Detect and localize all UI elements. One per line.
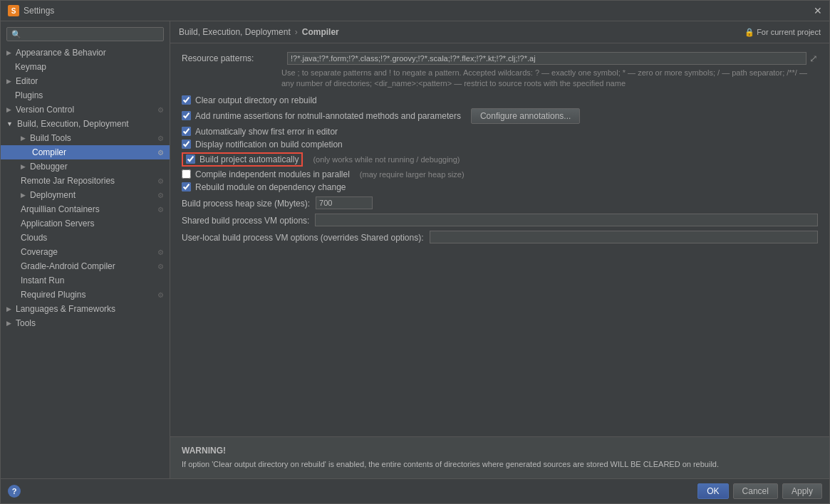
sidebar-item-coverage[interactable]: Coverage ⚙ <box>1 245 170 259</box>
sidebar-item-remote-jar[interactable]: Remote Jar Repositories ⚙ <box>1 174 170 188</box>
warning-text: If option 'Clear output directory on reb… <box>182 458 818 471</box>
heap-size-input[interactable] <box>316 196 373 209</box>
sidebar-item-tools[interactable]: ▶ Tools <box>1 316 170 330</box>
display-notification-label[interactable]: Display notification on build completion <box>195 140 343 149</box>
settings-icon: ⚙ <box>157 206 164 214</box>
sidebar-item-gradle-android[interactable]: Gradle-Android Compiler ⚙ <box>1 259 170 273</box>
shared-vm-input[interactable] <box>315 214 818 226</box>
user-local-vm-input[interactable] <box>430 231 819 243</box>
sidebar-item-label: Arquillian Containers <box>21 204 100 214</box>
rebuild-dependency-label[interactable]: Rebuild module on dependency change <box>195 182 346 192</box>
search-icon: 🔍 <box>11 30 21 39</box>
hint-text: Use ; to separate patterns and ! to nega… <box>281 68 807 88</box>
sidebar-item-deployment[interactable]: ▶ Deployment ⚙ <box>1 188 170 202</box>
resource-patterns-row: Resource patterns: ⤢ <box>182 52 818 65</box>
clear-output-checkbox[interactable] <box>182 95 191 105</box>
sidebar-item-keymap[interactable]: Keymap <box>1 60 170 74</box>
resource-patterns-value: ⤢ <box>287 52 818 65</box>
window-title: Settings <box>24 6 54 16</box>
sidebar-item-label: Deployment <box>30 190 76 200</box>
settings-body: Resource patterns: ⤢ Use ; to separate p… <box>170 43 829 436</box>
sidebar-item-plugins[interactable]: Plugins <box>1 88 170 103</box>
shared-vm-row: Shared build process VM options: <box>182 214 818 226</box>
warning-title: WARNING! <box>182 446 818 456</box>
compile-parallel-label[interactable]: Compile independent modules in parallel <box>195 169 350 179</box>
search-input[interactable] <box>24 29 159 39</box>
titlebar-left: S Settings <box>8 5 54 16</box>
display-notification-checkbox[interactable] <box>182 140 191 149</box>
arrow-icon: ▶ <box>21 191 26 199</box>
sidebar-item-label: Editor <box>16 76 38 86</box>
build-automatically-highlight: Build project automatically <box>182 152 303 167</box>
sidebar-item-label: Version Control <box>16 105 74 115</box>
build-automatically-checkbox[interactable] <box>186 154 195 164</box>
arrow-icon: ▶ <box>6 78 11 85</box>
sidebar-item-label: Debugger <box>30 162 68 172</box>
sidebar-item-arquillian[interactable]: Arquillian Containers ⚙ <box>1 202 170 216</box>
sidebar-item-label: Tools <box>16 318 36 328</box>
resource-patterns-label: Resource patterns: <box>182 52 281 63</box>
app-icon: S <box>8 5 19 16</box>
hint-text-container: Use ; to separate patterns and ! to nega… <box>182 68 818 90</box>
help-button[interactable]: ? <box>8 485 21 498</box>
clear-output-label[interactable]: Clear output directory on rebuild <box>195 95 317 105</box>
arrow-icon: ▶ <box>21 135 26 142</box>
expand-icon[interactable]: ⤢ <box>809 53 818 64</box>
settings-icon: ⚙ <box>157 248 164 256</box>
settings-window: S Settings ✕ 🔍 ▶ Appearance & Behavior K… <box>0 0 830 504</box>
ok-button[interactable]: OK <box>697 483 728 499</box>
clear-output-row: Clear output directory on rebuild <box>182 95 818 105</box>
sidebar-item-label: Gradle-Android Compiler <box>21 261 115 271</box>
settings-icon: ⚙ <box>157 191 164 199</box>
sidebar-item-clouds[interactable]: Clouds <box>1 231 170 245</box>
sidebar-item-label: Required Plugins <box>21 290 85 300</box>
arrow-icon: ▶ <box>6 106 11 113</box>
sidebar-item-label: Remote Jar Repositories <box>21 176 115 186</box>
shared-vm-label: Shared build process VM options: <box>182 214 309 226</box>
sidebar-item-label: Keymap <box>15 62 46 72</box>
sidebar-item-label: Compiler <box>32 147 66 157</box>
close-button[interactable]: ✕ <box>814 6 822 16</box>
sidebar-item-appearance[interactable]: ▶ Appearance & Behavior <box>1 46 170 60</box>
settings-icon: ⚙ <box>157 263 164 271</box>
compile-parallel-checkbox[interactable] <box>182 169 191 179</box>
display-notification-row: Display notification on build completion <box>182 140 818 149</box>
sidebar-item-version-control[interactable]: ▶ Version Control ⚙ <box>1 103 170 117</box>
sidebar-item-build-exec[interactable]: ▼ Build, Execution, Deployment <box>1 117 170 131</box>
search-box[interactable]: 🔍 <box>6 27 164 41</box>
build-automatically-label[interactable]: Build project automatically <box>199 154 299 164</box>
sidebar-item-debugger[interactable]: ▶ Debugger <box>1 159 170 174</box>
sidebar-item-editor[interactable]: ▶ Editor <box>1 74 170 88</box>
runtime-assertions-row: Add runtime assertions for notnull-annot… <box>182 108 818 124</box>
sidebar-item-label: Build Tools <box>30 133 71 143</box>
resource-patterns-input[interactable] <box>287 52 806 65</box>
runtime-assertions-label[interactable]: Add runtime assertions for notnull-annot… <box>195 111 461 121</box>
breadcrumb-path: Build, Execution, Deployment <box>179 27 291 37</box>
sidebar-item-instant-run[interactable]: Instant Run <box>1 273 170 288</box>
settings-icon: ⚙ <box>157 177 164 185</box>
configure-annotations-button[interactable]: Configure annotations... <box>471 108 580 124</box>
rebuild-dependency-checkbox[interactable] <box>182 182 191 191</box>
sidebar-item-label: Build, Execution, Deployment <box>17 119 129 129</box>
runtime-assertions-checkbox[interactable] <box>182 111 191 120</box>
sidebar-item-compiler[interactable]: Compiler ⚙ <box>1 145 170 159</box>
titlebar: S Settings ✕ <box>1 1 829 21</box>
project-link[interactable]: 🔒 For current project <box>745 28 821 37</box>
sidebar-item-languages[interactable]: ▶ Languages & Frameworks <box>1 302 170 316</box>
sidebar-item-label: Coverage <box>21 247 58 257</box>
apply-button[interactable]: Apply <box>782 483 822 499</box>
sidebar-item-label: Appearance & Behavior <box>16 48 106 58</box>
sidebar-item-app-servers[interactable]: Application Servers <box>1 216 170 231</box>
breadcrumb-current: Compiler <box>302 27 339 37</box>
show-first-error-label[interactable]: Automatically show first error in editor <box>195 127 338 137</box>
cancel-button[interactable]: Cancel <box>733 483 778 499</box>
show-first-error-checkbox[interactable] <box>182 127 191 136</box>
arrow-icon: ▶ <box>6 320 11 327</box>
sidebar-item-required-plugins[interactable]: Required Plugins ⚙ <box>1 288 170 302</box>
rebuild-dependency-row: Rebuild module on dependency change <box>182 182 818 192</box>
sidebar-item-label: Application Servers <box>21 219 94 229</box>
sidebar-item-build-tools[interactable]: ▶ Build Tools ⚙ <box>1 131 170 145</box>
compile-parallel-note: (may require larger heap size) <box>360 170 465 179</box>
sidebar-item-label: Instant Run <box>21 275 64 285</box>
footer: ? OK Cancel Apply <box>1 478 829 503</box>
